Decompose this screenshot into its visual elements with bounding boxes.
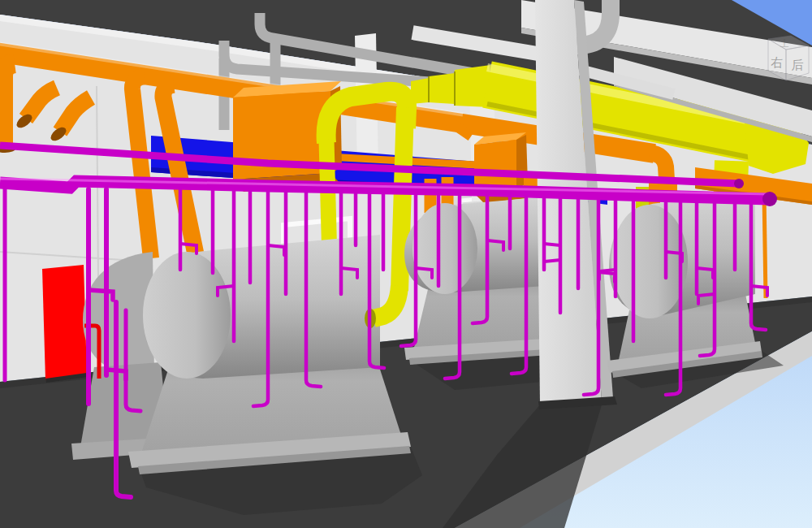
tank2-end-cap (412, 203, 477, 294)
viewcube-top-label[interactable]: 上 (780, 38, 789, 49)
viewcube[interactable]: 上 右 后 (768, 36, 809, 80)
viewcube-front-label[interactable]: 右 (771, 55, 784, 70)
viewport-3d-canvas[interactable]: 上 右 后 (0, 0, 812, 528)
tank-1[interactable] (128, 235, 422, 515)
yellow-reducer-0 (411, 78, 429, 104)
orange-left-elbow (3, 63, 15, 145)
yellow-vertical-2-run (400, 107, 405, 291)
tank3-end-cap (611, 205, 688, 318)
magenta-lower-header-cap (762, 192, 777, 206)
bim-viewport-stage[interactable]: 上 右 后 (0, 0, 812, 528)
orange-thin-floor-drop (764, 193, 766, 298)
tank1-end-cap (143, 252, 231, 379)
viewcube-side-label[interactable]: 后 (792, 58, 804, 72)
red-door[interactable] (42, 265, 88, 383)
door-panel (42, 265, 87, 380)
yellow-reducer-1 (429, 73, 455, 104)
magenta-upper-header-cap (734, 179, 744, 188)
